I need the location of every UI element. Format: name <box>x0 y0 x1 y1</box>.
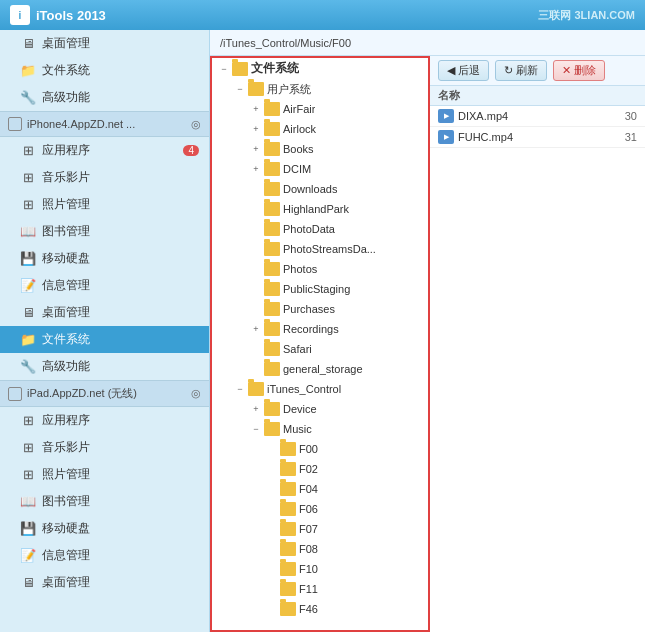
tree-node-11[interactable]: + Purchases <box>212 299 428 319</box>
sidebar-item-desktop-top[interactable]: 🖥 桌面管理 <box>0 30 209 57</box>
tree-toggle-0[interactable]: − <box>232 81 248 97</box>
tree-folder-6 <box>264 202 280 216</box>
tree-folder-23 <box>280 542 296 556</box>
back-button[interactable]: ◀ 后退 <box>438 60 489 81</box>
tree-node-19[interactable]: + F02 <box>212 459 428 479</box>
sidebar-item-filesystem[interactable]: 📁 文件系统 <box>0 326 209 353</box>
sidebar-item-d2-media[interactable]: ⊞ 音乐影片 <box>0 434 209 461</box>
tree-label-0: 用户系统 <box>267 82 311 97</box>
tree-node-1[interactable]: + AirFair <box>212 99 428 119</box>
wrench-icon: 🔧 <box>20 90 36 106</box>
col-size-header <box>597 88 637 103</box>
tree-node-7[interactable]: + PhotoData <box>212 219 428 239</box>
sidebar-label-desktop: 桌面管理 <box>42 304 90 321</box>
sidebar-item-disk[interactable]: 💾 移动硬盘 <box>0 245 209 272</box>
tree-label-21: F06 <box>299 503 318 515</box>
sidebar-item-d2-disk[interactable]: 💾 移动硬盘 <box>0 515 209 542</box>
sidebar-label-advanced: 高级功能 <box>42 358 90 375</box>
tree-node-2[interactable]: + Airlock <box>212 119 428 139</box>
tree-node-16[interactable]: + Device <box>212 399 428 419</box>
tree-node-17[interactable]: − Music <box>212 419 428 439</box>
tree-label-2: Airlock <box>283 123 316 135</box>
desktop-icon: 🖥 <box>20 36 36 52</box>
sidebar-item-d2-desktop[interactable]: 🖥 桌面管理 <box>0 569 209 596</box>
tree-node-5[interactable]: + Downloads <box>212 179 428 199</box>
sidebar-label-d2-media: 音乐影片 <box>42 439 90 456</box>
tree-node-20[interactable]: + F04 <box>212 479 428 499</box>
tree-node-12[interactable]: + Recordings <box>212 319 428 339</box>
tree-label-25: F11 <box>299 583 318 595</box>
sidebar-label-books: 图书管理 <box>42 223 90 240</box>
tree-node-8[interactable]: + PhotoStreamsDa... <box>212 239 428 259</box>
sidebar-item-apps[interactable]: ⊞ 应用程序 4 <box>0 137 209 164</box>
tree-node-15[interactable]: − iTunes_Control <box>212 379 428 399</box>
sidebar-item-info[interactable]: 📝 信息管理 <box>0 272 209 299</box>
tree-node-14[interactable]: + general_storage <box>212 359 428 379</box>
sidebar-item-advanced[interactable]: 🔧 高级功能 <box>0 353 209 380</box>
sidebar-item-filesystem-top[interactable]: 📁 文件系统 <box>0 57 209 84</box>
sidebar-item-d2-apps[interactable]: ⊞ 应用程序 <box>0 407 209 434</box>
refresh-button[interactable]: ↻ 刷新 <box>495 60 547 81</box>
tree-node-0[interactable]: − 用户系统 <box>212 79 428 99</box>
tree-node-6[interactable]: + HighlandPark <box>212 199 428 219</box>
tree-folder-10 <box>264 282 280 296</box>
sidebar-label-d2-photos: 照片管理 <box>42 466 90 483</box>
sidebar-label-media: 音乐影片 <box>42 169 90 186</box>
tree-label-7: PhotoData <box>283 223 335 235</box>
tree-folder-24 <box>280 562 296 576</box>
tree-label-13: Safari <box>283 343 312 355</box>
file-row-0[interactable]: DIXA.mp4 30 <box>430 106 645 127</box>
video-icon-0 <box>438 109 454 123</box>
tree-toggle-4[interactable]: + <box>248 161 264 177</box>
tree-node-26[interactable]: + F46 <box>212 599 428 619</box>
sidebar-item-photos[interactable]: ⊞ 照片管理 <box>0 191 209 218</box>
tree-node-25[interactable]: + F11 <box>212 579 428 599</box>
sidebar-item-d2-photos[interactable]: ⊞ 照片管理 <box>0 461 209 488</box>
sidebar-item-d2-books[interactable]: 📖 图书管理 <box>0 488 209 515</box>
photos-icon: ⊞ <box>20 197 36 213</box>
tree-node-21[interactable]: + F06 <box>212 499 428 519</box>
tree-toggle-3[interactable]: + <box>248 141 264 157</box>
tree-toggle-15[interactable]: − <box>232 381 248 397</box>
tree-toggle-16[interactable]: + <box>248 401 264 417</box>
tree-node-23[interactable]: + F08 <box>212 539 428 559</box>
tree-toggle-root[interactable]: − <box>216 61 232 77</box>
tree-panel: − 文件系统 − 用户系统 + AirFair + <box>210 56 430 632</box>
tree-node-9[interactable]: + Photos <box>212 259 428 279</box>
tree-folder-2 <box>264 122 280 136</box>
device2-header[interactable]: iPad.AppZD.net (无线) ◎ <box>0 380 209 407</box>
file-row-1[interactable]: FUHC.mp4 31 <box>430 127 645 148</box>
tree-root[interactable]: − 文件系统 <box>212 58 428 79</box>
tree-node-13[interactable]: + Safari <box>212 339 428 359</box>
sidebar-item-desktop[interactable]: 🖥 桌面管理 <box>0 299 209 326</box>
device2-name: iPad.AppZD.net (无线) <box>27 386 137 401</box>
app-title: iTools 2013 <box>36 8 106 23</box>
tree-toggle-1[interactable]: + <box>248 101 264 117</box>
sidebar-item-media[interactable]: ⊞ 音乐影片 <box>0 164 209 191</box>
tree-node-24[interactable]: + F10 <box>212 559 428 579</box>
tree-toggle-12[interactable]: + <box>248 321 264 337</box>
tree-toggle-17[interactable]: − <box>248 421 264 437</box>
sidebar-item-advanced-top[interactable]: 🔧 高级功能 <box>0 84 209 111</box>
tree-label-17: Music <box>283 423 312 435</box>
tree-node-22[interactable]: + F07 <box>212 519 428 539</box>
delete-button[interactable]: ✕ 删除 <box>553 60 605 81</box>
tree-node-18[interactable]: + F00 <box>212 439 428 459</box>
d2-photos-icon: ⊞ <box>20 467 36 483</box>
d2-info-icon: 📝 <box>20 548 36 564</box>
tree-label-15: iTunes_Control <box>267 383 341 395</box>
tree-node-4[interactable]: + DCIM <box>212 159 428 179</box>
main-layout: 🖥 桌面管理 📁 文件系统 🔧 高级功能 iPhone4.AppZD.net .… <box>0 30 645 632</box>
device1-name: iPhone4.AppZD.net ... <box>27 118 135 130</box>
tree-folder-4 <box>264 162 280 176</box>
tree-folder-21 <box>280 502 296 516</box>
device1-header[interactable]: iPhone4.AppZD.net ... ◎ <box>0 111 209 137</box>
tree-folder-12 <box>264 322 280 336</box>
tree-folder-root <box>232 62 248 76</box>
sidebar-item-books[interactable]: 📖 图书管理 <box>0 218 209 245</box>
sidebar-item-d2-info[interactable]: 📝 信息管理 <box>0 542 209 569</box>
tree-label-18: F00 <box>299 443 318 455</box>
tree-node-3[interactable]: + Books <box>212 139 428 159</box>
tree-toggle-2[interactable]: + <box>248 121 264 137</box>
tree-node-10[interactable]: + PublicStaging <box>212 279 428 299</box>
